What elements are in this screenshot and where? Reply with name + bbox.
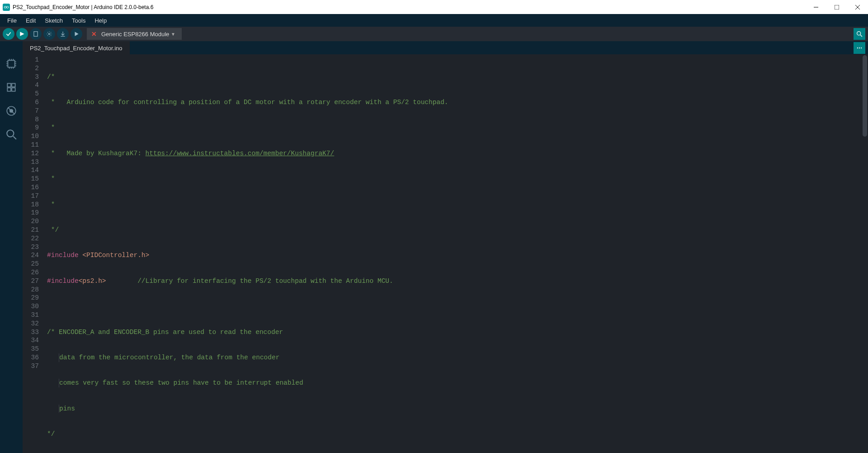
svg-point-7 xyxy=(48,33,50,35)
window-title: PS2_Touchpad_Encoder_Motor | Arduino IDE… xyxy=(13,4,153,10)
chevron-down-icon: ▼ xyxy=(171,32,175,37)
board-name: Generic ESP8266 Module xyxy=(101,31,169,38)
menu-bar: File Edit Sketch Tools Help xyxy=(0,14,868,27)
code-content: /* * Arduino code for controlling a posi… xyxy=(47,56,868,453)
boards-manager-icon[interactable] xyxy=(5,57,18,71)
close-button[interactable] xyxy=(847,0,868,14)
svg-marker-9 xyxy=(75,32,79,36)
line-number-gutter: 1234567891011121314151617181920212223242… xyxy=(23,56,47,453)
debug-button[interactable] xyxy=(71,28,82,40)
tab-active[interactable]: PS2_Touchpad_Encoder_Motor.ino xyxy=(23,41,130,54)
menu-help[interactable]: Help xyxy=(90,15,111,26)
tab-label: PS2_Touchpad_Encoder_Motor.ino xyxy=(30,45,123,52)
debug-icon[interactable] xyxy=(5,104,18,118)
main-area: 1234567891011121314151617181920212223242… xyxy=(0,54,868,453)
code-editor[interactable]: 1234567891011121314151617181920212223242… xyxy=(23,54,868,453)
svg-rect-30 xyxy=(7,88,11,91)
svg-line-36 xyxy=(13,136,16,139)
upload-button[interactable] xyxy=(16,28,28,40)
activity-bar xyxy=(0,54,23,453)
svg-rect-15 xyxy=(8,60,14,67)
svg-point-35 xyxy=(7,130,14,137)
verify-button[interactable] xyxy=(3,28,14,40)
svg-rect-6 xyxy=(34,32,38,37)
editor-tabs: PS2_Touchpad_Encoder_Motor.ino xyxy=(0,41,868,54)
window-titlebar: PS2_Touchpad_Encoder_Motor | Arduino IDE… xyxy=(0,0,868,14)
serial-plotter-button[interactable] xyxy=(854,28,865,40)
app-logo xyxy=(3,4,10,11)
svg-point-14 xyxy=(861,47,862,48)
board-disconnected-icon: ✕ xyxy=(91,30,97,38)
toolbar: ✕ Generic ESP8266 Module ▼ xyxy=(0,27,868,41)
search-icon[interactable] xyxy=(5,128,18,141)
svg-point-10 xyxy=(857,32,861,35)
svg-point-12 xyxy=(857,47,858,48)
svg-point-0 xyxy=(4,6,6,8)
svg-point-1 xyxy=(6,6,9,8)
board-selector[interactable]: ✕ Generic ESP8266 Module ▼ xyxy=(87,28,182,40)
svg-rect-29 xyxy=(12,83,15,87)
svg-point-13 xyxy=(859,47,860,48)
minimize-button[interactable] xyxy=(806,0,826,14)
menu-sketch[interactable]: Sketch xyxy=(40,15,67,26)
menu-edit[interactable]: Edit xyxy=(21,15,40,26)
editor-scrollbar[interactable] xyxy=(862,54,868,453)
scrollbar-thumb[interactable] xyxy=(863,55,867,137)
svg-point-34 xyxy=(10,110,13,113)
new-sketch-button[interactable] xyxy=(30,28,42,40)
tab-menu-button[interactable] xyxy=(854,42,865,54)
menu-tools[interactable]: Tools xyxy=(67,15,90,26)
menu-file[interactable]: File xyxy=(3,15,21,26)
svg-rect-3 xyxy=(835,5,839,10)
svg-rect-28 xyxy=(7,83,11,87)
svg-line-11 xyxy=(860,35,862,37)
svg-rect-31 xyxy=(12,88,15,91)
open-sketch-button[interactable] xyxy=(43,28,55,40)
library-manager-icon[interactable] xyxy=(5,81,18,94)
save-button[interactable] xyxy=(57,28,69,40)
window-controls xyxy=(806,0,868,14)
maximize-button[interactable] xyxy=(826,0,847,14)
